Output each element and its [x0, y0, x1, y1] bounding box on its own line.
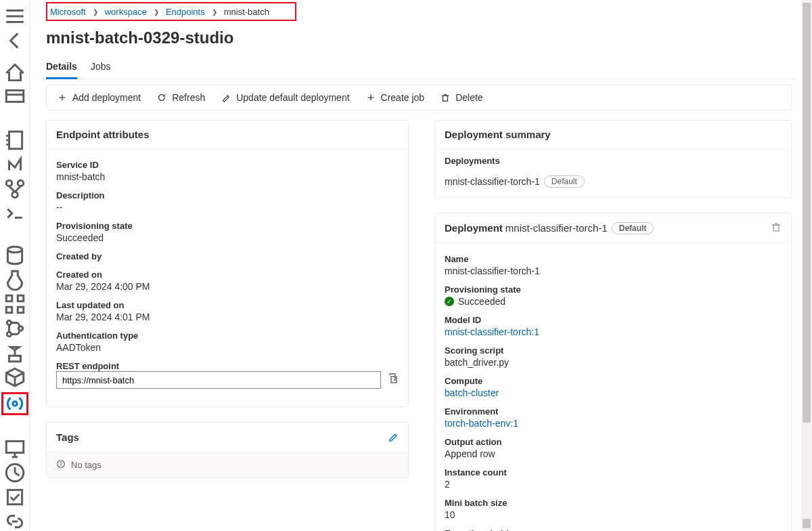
label: Add deployment: [72, 92, 141, 103]
svg-point-9: [6, 180, 12, 186]
models-icon[interactable]: [3, 368, 26, 387]
label: Update default deployment: [236, 92, 349, 103]
label: Output action: [445, 437, 782, 447]
value: Mar 29, 2024 4:01 PM: [56, 312, 399, 322]
chevron-right-icon: ❯: [212, 8, 217, 16]
add-deployment-button[interactable]: Add deployment: [58, 92, 141, 103]
delete-button[interactable]: Delete: [441, 92, 482, 103]
svg-rect-16: [6, 296, 12, 302]
linked-icon[interactable]: [3, 512, 26, 531]
tab-jobs[interactable]: Jobs: [91, 57, 111, 79]
label: Refresh: [172, 92, 205, 103]
card-title: Tags: [56, 431, 79, 443]
designer-icon[interactable]: [3, 179, 26, 198]
label: Created by: [56, 251, 399, 261]
breadcrumb-current: mnist-batch: [224, 7, 269, 17]
label: Scoring script: [445, 345, 782, 356]
svg-rect-17: [18, 296, 24, 302]
svg-point-40: [61, 462, 62, 463]
tabs: Details Jobs: [42, 57, 796, 79]
endpoint-attributes-card: Endpoint attributes Service IDmnist-batc…: [46, 120, 409, 407]
edit-icon[interactable]: [388, 431, 399, 444]
chevron-right-icon: ❯: [154, 8, 159, 16]
svg-rect-5: [9, 131, 22, 149]
workspace-icon[interactable]: [3, 88, 26, 107]
svg-line-13: [15, 186, 21, 192]
pipelines-icon[interactable]: [3, 319, 26, 338]
compute-link[interactable]: batch-cluster: [445, 387, 782, 398]
scrollbar-thumb[interactable]: [803, 3, 811, 423]
card-title: Endpoint attributes: [47, 121, 408, 149]
value: mnist-batch: [56, 171, 399, 182]
breadcrumb: Microsoft ❯ workspace ❯ Endpoints ❯ mnis…: [42, 0, 796, 20]
monitoring-icon[interactable]: [3, 463, 26, 482]
environment-link[interactable]: torch-batch-env:1: [445, 418, 782, 429]
default-badge: Default: [544, 175, 585, 188]
svg-rect-29: [7, 490, 22, 504]
home-icon[interactable]: [3, 64, 26, 83]
label: Compute: [445, 376, 782, 386]
automl-icon[interactable]: [3, 155, 26, 174]
refresh-button[interactable]: Refresh: [157, 92, 205, 103]
label: Environment: [445, 406, 782, 417]
tab-details[interactable]: Details: [46, 57, 77, 79]
svg-point-10: [18, 180, 24, 186]
card-title: Deployment summary: [435, 121, 791, 149]
breadcrumb-link[interactable]: workspace: [105, 7, 147, 17]
label: REST endpoint: [56, 361, 399, 371]
value: 10: [445, 509, 782, 520]
scrollbar-button[interactable]: [803, 519, 811, 528]
left-sidebar: [0, 0, 30, 531]
jobs-icon[interactable]: [3, 270, 26, 289]
rest-endpoint-input[interactable]: [56, 371, 381, 389]
svg-rect-34: [443, 95, 448, 101]
svg-rect-41: [773, 225, 779, 231]
back-icon[interactable]: [3, 31, 26, 50]
label: Model ID: [445, 315, 782, 325]
update-default-button[interactable]: Update default deployment: [221, 92, 349, 103]
label: Name: [445, 254, 782, 264]
label: Authentication type: [56, 331, 399, 341]
label: Deployments: [445, 156, 782, 166]
svg-point-22: [18, 326, 22, 331]
endpoints-icon[interactable]: [1, 392, 28, 415]
label: Provisioning state: [56, 221, 399, 231]
data-icon[interactable]: [3, 246, 26, 265]
deployment-name: mnist-classifier-torch-1: [445, 176, 540, 187]
svg-point-15: [7, 247, 22, 253]
value: mnist-classifier-torch-1: [445, 266, 782, 276]
breadcrumb-link[interactable]: Microsoft: [50, 7, 86, 17]
label: Provisioning state: [445, 284, 782, 295]
breadcrumb-link[interactable]: Endpoints: [166, 7, 205, 17]
label: Description: [56, 190, 399, 200]
svg-rect-19: [18, 307, 24, 314]
value: --: [56, 202, 399, 213]
chevron-right-icon: ❯: [93, 8, 98, 16]
no-tags-text: No tags: [71, 460, 102, 470]
deployment-detail-card: Deployment mnist-classifier-torch-1 Defa…: [434, 213, 792, 531]
success-icon: ✓: [445, 297, 454, 306]
value: Append row: [445, 448, 782, 459]
label: Create job: [381, 92, 425, 103]
hamburger-icon[interactable]: [3, 7, 26, 26]
notebook-icon[interactable]: [3, 131, 26, 150]
create-job-button[interactable]: Create job: [366, 92, 425, 103]
components-icon[interactable]: [3, 295, 26, 314]
terminal-icon[interactable]: [3, 204, 26, 223]
label: Service ID: [56, 160, 399, 170]
scrollbar[interactable]: [801, 0, 812, 531]
svg-point-24: [12, 402, 16, 406]
datalabeling-icon[interactable]: [3, 488, 26, 507]
value: batch_driver.py: [445, 357, 782, 368]
card-title-prefix: Deployment: [445, 222, 503, 234]
label: Last updated on: [56, 300, 399, 310]
compute-icon[interactable]: [3, 439, 26, 458]
copy-icon[interactable]: [388, 373, 399, 387]
model-link[interactable]: mnist-classifier-torch:1: [445, 326, 782, 337]
label: Mini batch size: [445, 498, 782, 508]
deployment-summary-card: Deployment summary Deployments mnist-cla…: [434, 120, 792, 198]
svg-rect-3: [6, 90, 24, 102]
environments-icon[interactable]: [3, 343, 26, 362]
delete-icon[interactable]: [771, 221, 782, 234]
svg-rect-23: [9, 356, 20, 362]
